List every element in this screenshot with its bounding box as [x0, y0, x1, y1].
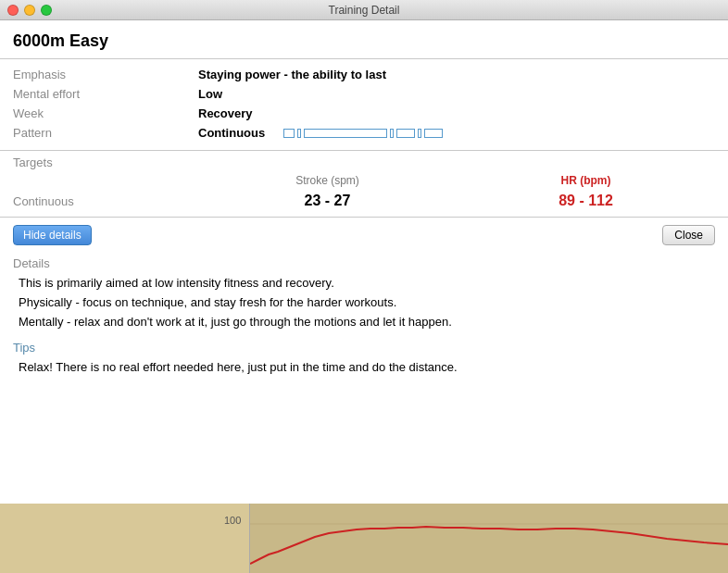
- pattern-visualization: [283, 129, 443, 138]
- chart-left-panel: [0, 504, 250, 573]
- hr-col-header: HR (bpm): [457, 174, 715, 187]
- details-line-2: Physically - focus on technique, and sta…: [19, 293, 709, 313]
- targets-data-row: Continuous 23 - 27 89 - 112: [0, 189, 728, 217]
- details-line-1: This is primarily aimed at low intensity…: [19, 274, 709, 293]
- chart-y-label: 100: [224, 515, 241, 526]
- svg-rect-0: [250, 504, 728, 573]
- emphasis-value: Staying power - the ability to last: [198, 68, 386, 81]
- chart-svg: [250, 504, 728, 573]
- tips-text: Relax! There is no real effort needed he…: [13, 358, 715, 378]
- pattern-seg-3: [304, 129, 387, 138]
- week-label: Week: [13, 106, 198, 120]
- stroke-value: 23 - 27: [198, 193, 457, 209]
- targets-col-headers: Stroke (spm) HR (bpm): [0, 172, 728, 189]
- stroke-col-header: Stroke (spm): [198, 174, 457, 187]
- details-text: This is primarily aimed at low intensity…: [13, 274, 715, 331]
- mental-label: Mental effort: [13, 87, 198, 101]
- pattern-label: Pattern: [13, 126, 198, 140]
- targets-section: Targets Stroke (spm) HR (bpm) Continuous…: [0, 150, 728, 218]
- main-content: 6000m Easy Emphasis Staying power - the …: [0, 20, 728, 573]
- close-traffic-light[interactable]: [7, 5, 19, 16]
- close-button[interactable]: Close: [662, 225, 715, 245]
- hide-details-button[interactable]: Hide details: [13, 225, 92, 245]
- emphasis-label: Emphasis: [13, 68, 198, 81]
- mental-row: Mental effort Low: [13, 84, 715, 104]
- info-grid: Emphasis Staying power - the ability to …: [0, 59, 728, 146]
- minimize-traffic-light[interactable]: [24, 5, 35, 16]
- pattern-seg-1: [283, 129, 295, 138]
- window-title: Training Detail: [329, 4, 400, 17]
- mental-value: Low: [198, 87, 222, 101]
- week-row: Week Recovery: [13, 104, 715, 123]
- emphasis-row: Emphasis Staying power - the ability to …: [13, 65, 715, 84]
- tips-header: Tips: [13, 341, 715, 355]
- chart-area: 100: [0, 504, 728, 573]
- hr-value: 89 - 112: [457, 193, 715, 209]
- page-title: 6000m Easy: [0, 20, 728, 58]
- tips-section: Tips Relax! There is no real effort need…: [0, 337, 728, 383]
- title-bar: Training Detail: [0, 0, 728, 20]
- pattern-value: Continuous: [198, 126, 265, 140]
- details-header: Details: [13, 256, 715, 270]
- continuous-row-label: Continuous: [13, 194, 198, 208]
- pattern-seg-4: [390, 129, 394, 138]
- button-row: Hide details Close: [0, 218, 728, 253]
- traffic-lights: [7, 5, 52, 16]
- targets-col-spacer: [13, 174, 198, 187]
- maximize-traffic-light[interactable]: [41, 5, 52, 16]
- pattern-seg-2: [297, 129, 301, 138]
- pattern-row: Pattern Continuous: [13, 123, 715, 143]
- pattern-seg-5: [396, 129, 415, 138]
- details-section: Details This is primarily aimed at low i…: [0, 253, 728, 337]
- pattern-seg-6: [418, 129, 421, 138]
- details-line-3: Mentally - relax and don't work at it, j…: [19, 313, 709, 332]
- pattern-seg-7: [424, 129, 443, 138]
- week-value: Recovery: [198, 106, 253, 120]
- targets-header: Targets: [0, 151, 728, 172]
